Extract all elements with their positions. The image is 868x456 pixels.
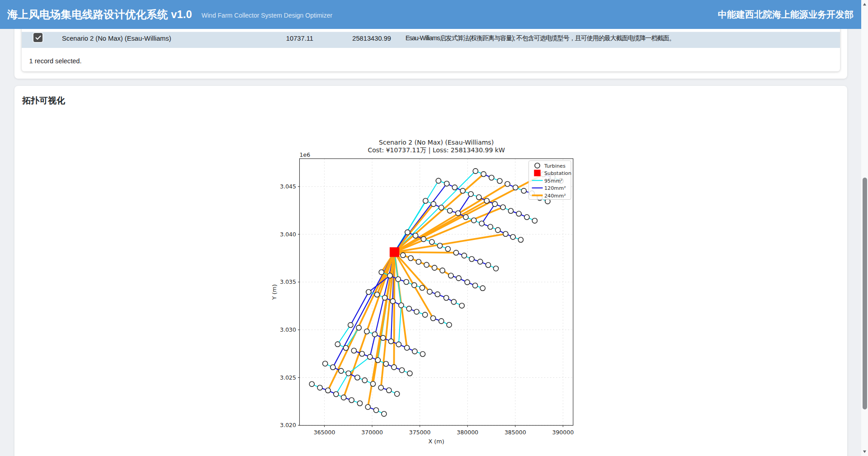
turbine-marker [463, 215, 468, 220]
turbine-marker [500, 205, 505, 210]
turbine-marker [431, 202, 436, 207]
row-description: Esau-Williams启发式算法(权衡距离与容量); 不包含可选电缆型号，且… [406, 31, 675, 47]
turbine-marker [407, 371, 412, 376]
turbine-marker [396, 277, 401, 282]
turbine-marker [339, 368, 344, 373]
turbine-marker [346, 371, 351, 376]
svg-text:380000: 380000 [457, 429, 478, 436]
svg-text:370000: 370000 [361, 429, 383, 436]
svg-text:3.030: 3.030 [280, 326, 296, 333]
turbine-marker [349, 398, 354, 403]
table-row-selected[interactable]: Scenario 2 (No Max) (Esau-Williams) 1073… [22, 32, 840, 48]
turbine-marker [382, 295, 387, 300]
scrollbar-thumb[interactable] [863, 178, 867, 409]
turbine-marker [448, 273, 453, 278]
turbine-marker [309, 381, 314, 386]
turbine-marker [508, 208, 513, 213]
turbine-marker [335, 342, 340, 347]
turbine-marker [420, 285, 425, 290]
turbine-marker [405, 345, 410, 350]
row-scenario-name: Scenario 2 (No Max) (Esau-Williams) [62, 31, 171, 47]
turbine-marker [443, 296, 448, 301]
checkmark-icon [35, 34, 42, 41]
turbine-marker [510, 235, 515, 240]
turbine-marker [493, 266, 498, 271]
plot-legend: TurbinesSubstation95mm²120mm²240mm² [529, 161, 571, 200]
turbine-marker [368, 354, 373, 359]
row-checkbox[interactable] [33, 33, 42, 42]
legend-label: 120mm² [544, 185, 566, 191]
turbine-marker [453, 250, 458, 255]
turbine-marker [343, 345, 348, 350]
scrollbar[interactable] [861, 0, 868, 456]
turbine-marker [323, 361, 328, 366]
selection-status: 1 record selected. [29, 52, 82, 71]
turbine-marker [439, 319, 444, 324]
svg-text:3.025: 3.025 [280, 374, 296, 381]
turbine-marker [412, 282, 417, 287]
legend-label: Substation [544, 170, 571, 176]
turbine-marker [440, 268, 445, 273]
turbine-marker [495, 227, 500, 232]
turbine-marker [355, 375, 360, 380]
turbine-marker [373, 408, 378, 413]
legend-label: 240mm² [544, 193, 566, 199]
turbine-marker [396, 342, 401, 347]
turbine-marker [416, 259, 421, 264]
turbine-marker [476, 195, 481, 200]
turbine-marker [429, 240, 434, 244]
turbine-marker [451, 299, 456, 304]
turbine-marker [372, 332, 377, 337]
scrollbar-up-arrow[interactable] [863, 2, 867, 6]
turbine-marker [395, 391, 400, 396]
turbine-marker [513, 185, 518, 190]
turbine-marker [424, 262, 429, 267]
turbine-marker [460, 188, 465, 193]
turbine-marker [375, 357, 380, 362]
turbine-marker [497, 179, 502, 183]
turbine-marker [392, 365, 396, 370]
turbine-marker [430, 316, 435, 321]
svg-text:365000: 365000 [314, 429, 335, 436]
svg-text:385000: 385000 [505, 429, 526, 436]
turbine-marker [447, 322, 452, 327]
turbine-marker [362, 378, 367, 383]
topology-plot: 3650003700003750003800003850003900003.02… [253, 136, 624, 455]
turbine-marker [326, 388, 330, 393]
turbine-marker [412, 349, 417, 354]
turbine-marker [421, 236, 426, 241]
turbine-marker [420, 352, 425, 357]
turbine-marker [317, 385, 322, 390]
turbine-marker [388, 339, 393, 344]
turbine-marker [423, 198, 428, 203]
turbine-marker [381, 335, 386, 340]
turbine-marker [524, 215, 529, 220]
svg-text:3.045: 3.045 [280, 183, 296, 190]
legend-label: Turbines [544, 163, 566, 169]
turbine-marker [468, 192, 473, 197]
turbine-marker [351, 348, 356, 353]
substation-marker [390, 247, 399, 257]
turbine-marker [439, 205, 444, 210]
turbine-marker [503, 231, 508, 236]
row-loss: 25813430.99 [323, 31, 391, 47]
turbine-marker [462, 253, 467, 258]
svg-text:3.020: 3.020 [280, 422, 296, 428]
legend-turbines-marker [535, 163, 540, 168]
turbine-marker [456, 211, 461, 216]
turbine-marker [408, 255, 413, 260]
turbine-marker [452, 185, 457, 190]
scrollbar-down-arrow[interactable] [863, 450, 867, 454]
turbine-marker [532, 218, 537, 223]
turbine-marker [456, 276, 461, 281]
turbine-marker [518, 237, 523, 242]
turbine-marker [356, 325, 361, 330]
turbine-marker [413, 233, 418, 238]
turbine-marker [366, 290, 371, 295]
results-card: Scenario 2 (No Max) (Esau-Williams) 1073… [14, 23, 847, 79]
turbine-marker [399, 303, 404, 308]
turbine-marker [401, 253, 406, 258]
cable-240mm2 [394, 252, 395, 367]
turbine-marker [330, 365, 335, 370]
app-title: 海上风电场集电线路设计优化系统 v1.0 [7, 7, 192, 22]
